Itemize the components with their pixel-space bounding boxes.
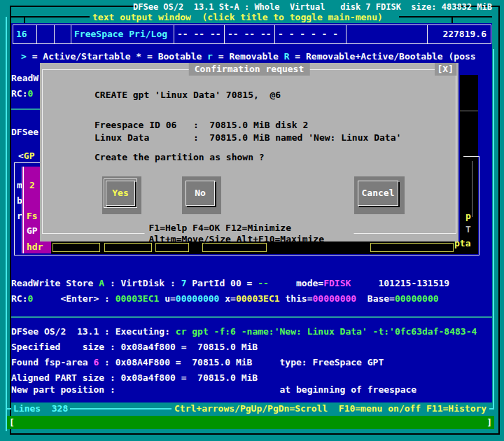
command-input[interactable]: [ ] <box>7 416 494 429</box>
subframe-corner-left <box>24 17 25 23</box>
dialog-command-line: CREATE gpt 'Linux Data' 70815, @6 <box>94 90 281 101</box>
exec-line-command: DFSee OS/2 13.1 : Executing: cr gpt -f:6… <box>11 326 477 337</box>
dialog-statusbar: F1=Help F4=OK F12=Minimize Alt+m=Move/Si… <box>145 227 354 240</box>
bg-purple-hdr: hdr <box>27 241 43 253</box>
dialog-question: Create the partition as shown ? <box>94 152 265 163</box>
divider-mid <box>11 316 492 318</box>
bg-right-box-top <box>463 156 479 157</box>
command-bracket-open: [ <box>9 417 15 428</box>
bg-freespace-box <box>52 243 100 252</box>
partition-cell-chs2: -- -- -- <box>225 25 275 43</box>
bg-readwrite-label: ReadW <box>11 73 38 84</box>
dialog-linuxdata-line: Linux Data : 70815.0 MiB named 'New: Lin… <box>94 132 401 144</box>
bg-purple-fs: Fs <box>27 211 38 222</box>
exec-line-found: Found fsp-area 6 : 0x08A4F800 = 70815.0 … <box>11 357 384 368</box>
partition-cell-flag1 <box>37 25 55 43</box>
bg-map-border-top <box>14 162 43 163</box>
bg-map-border-left <box>14 162 15 255</box>
main-title: DFSee OS/2 13.1 St-A : Whole Virtual dis… <box>133 1 492 13</box>
partition-cell-empty <box>346 25 428 43</box>
window-subtitle[interactable]: text output window (click title to toggl… <box>92 12 383 23</box>
subframe-corner-right <box>451 17 453 23</box>
exec-line-position: New part position : at beginning of free… <box>11 384 416 396</box>
bg-purple-num: 2 <box>29 180 35 191</box>
bg-gpt-t: T <box>465 224 471 235</box>
yes-button-label: Yes <box>112 188 128 199</box>
subframe-top-left-segment <box>10 16 90 18</box>
bg-gpt-p: p <box>465 211 471 222</box>
status-line-rc: RC:0 <Enter> : 00003EC1 u=00000000 x=000… <box>11 293 439 304</box>
bg-freespace-box <box>104 243 152 252</box>
partition-cell-type: FreeSpace Pri/Log <box>71 25 174 43</box>
partition-cell-dash: - - - - - - <box>275 25 346 43</box>
scroll-hints: Ctrl+arrows/PgUp/PgDn=Scroll F10=menu on… <box>172 403 489 414</box>
exec-line-specified: Specified size : 0x08a4f800 = 70815.0 Mi… <box>11 342 258 353</box>
dialog-title[interactable]: Confirmation request <box>189 63 310 76</box>
subframe-top-right-segment <box>399 16 492 18</box>
bg-dfsee-label: DFSee <box>11 127 38 138</box>
frame-right <box>498 6 500 435</box>
exec-line-aligned: Aligned PART size : 0x08a4f800 = 70815.0… <box>11 372 258 384</box>
bg-purple-gp: GP <box>27 225 38 237</box>
yes-button[interactable]: Yes <box>102 176 141 214</box>
bg-divider-left <box>11 108 43 110</box>
partition-cell-id: 16 <box>13 25 37 43</box>
cyan-frame-right <box>493 49 494 409</box>
lines-counter: Lines 328 <box>11 403 70 414</box>
bg-right-box-inner <box>472 161 472 217</box>
bg-right-box-right <box>479 156 479 255</box>
legend: > = Active/Startable * = Bootable r = Re… <box>21 51 492 62</box>
close-icon[interactable]: [X] <box>435 63 456 76</box>
partition-table-row[interactable]: 16 FreeSpace Pri/Log -- -- -- -- -- -- -… <box>13 24 491 44</box>
cancel-button-label: Cancel <box>362 188 395 199</box>
status-line-readwrite: ReadWrite Store A : VirtDisk : 7 PartId … <box>11 278 449 289</box>
no-button[interactable]: No <box>182 176 221 214</box>
bg-gpt-label: <GP <box>18 150 34 162</box>
bg-rc-label: RC:0 <box>11 88 33 99</box>
command-bracket-close: ] <box>486 417 492 428</box>
confirmation-dialog: Confirmation request [X] CREATE gpt 'Lin… <box>40 63 458 241</box>
bg-freespace-box <box>370 243 454 252</box>
bg-shadowed-divider <box>460 111 478 111</box>
dfsee-main-window: DFSee OS/2 13.1 St-A : Whole Virtual dis… <box>0 0 504 441</box>
partition-cell-flag2 <box>55 25 71 43</box>
bg-map-border-bottom <box>14 255 479 255</box>
frame-bottom <box>10 433 500 435</box>
partition-cell-chs1: -- -- -- <box>174 25 225 43</box>
frame-top-left-segment <box>10 6 137 7</box>
dialog-freespace-line: Freespace ID 06 : 70815.0 MiB disk 2 <box>94 120 308 131</box>
partition-cell-size: 227819.6 <box>428 25 491 43</box>
cyan-frame-left <box>6 17 7 431</box>
no-button-label: No <box>195 188 206 199</box>
cancel-button[interactable]: Cancel <box>354 176 405 214</box>
